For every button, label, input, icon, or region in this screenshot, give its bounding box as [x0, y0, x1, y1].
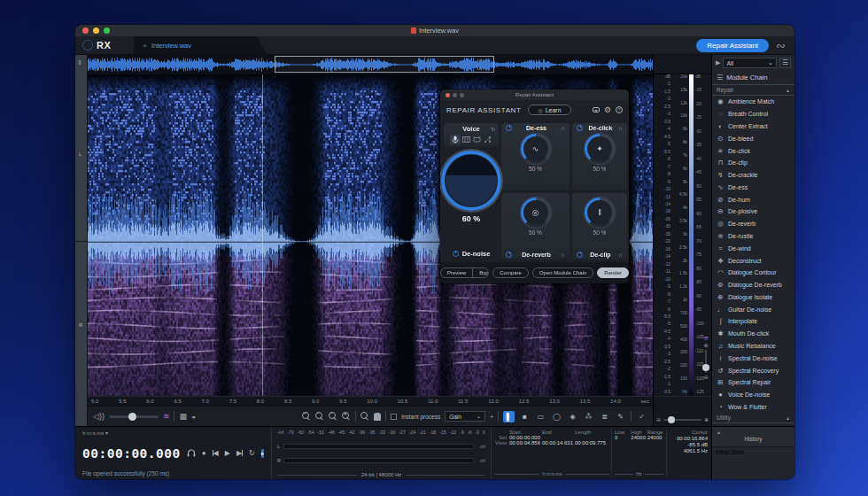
- confirm-selection-icon[interactable]: ✓: [636, 411, 647, 422]
- sidebar-module-item[interactable]: ⊖ De-plosive: [712, 205, 794, 218]
- zoom-fit-icon[interactable]: ∗: [342, 412, 351, 421]
- de-ess-knob[interactable]: ∿: [521, 134, 551, 164]
- utility-section-header[interactable]: Utility ▲: [712, 413, 794, 423]
- playhead-time-display[interactable]: 00:00:00.000: [82, 446, 181, 461]
- time-frequency-selection-tool[interactable]: ■: [519, 411, 531, 422]
- collapse-icon[interactable]: ▲: [786, 415, 790, 421]
- sidebar-module-item[interactable]: ≈ De-wind: [712, 242, 794, 254]
- voice-type-icon[interactable]: [450, 135, 461, 144]
- sidebar-module-item[interactable]: ⊕ Dialogue Isolate: [712, 291, 794, 304]
- amplitude-db-ruler[interactable]: dB-1-1.5-2-2.5-3-3.5-4-4.5-5-5.5-6-7-8-9…: [654, 74, 672, 396]
- de-noise-knob[interactable]: [441, 151, 501, 211]
- overview-minimap[interactable]: [88, 55, 653, 74]
- scrub-mode-button[interactable]: ▸: [261, 449, 264, 458]
- instant-process-module-select[interactable]: Gain⌄: [445, 411, 485, 422]
- headphone-monitor-icon[interactable]: ∩: [618, 252, 623, 258]
- zoom-out-icon[interactable]: −: [315, 412, 324, 421]
- volume-slider-thumb[interactable]: [128, 413, 136, 421]
- vertical-zoom-thumb[interactable]: [702, 364, 709, 371]
- channel-strip[interactable]: ⇕ L R: [75, 55, 88, 426]
- harmonic-selection-tool[interactable]: ≣: [599, 411, 610, 422]
- play-button[interactable]: ▶: [225, 449, 230, 457]
- minimap-view-rectangle[interactable]: [275, 56, 495, 73]
- de-clip-power-toggle[interactable]: [577, 252, 583, 258]
- sidebar-module-item[interactable]: ❖ Deconstruct: [712, 254, 794, 267]
- headphone-monitor-icon[interactable]: ∩: [561, 125, 565, 131]
- tab-close-icon[interactable]: ×: [143, 42, 147, 50]
- time-selection-tool[interactable]: ▌: [503, 411, 515, 422]
- sidebar-module-item[interactable]: ◐ Center Extract: [712, 120, 794, 133]
- zoom-selection-icon[interactable]: ⌐: [329, 412, 337, 421]
- module-filter-select[interactable]: All⌄: [723, 58, 776, 68]
- sidebar-module-item[interactable]: ♩ Guitar De-noise: [712, 303, 794, 315]
- time-ruler[interactable]: 5.05.56.06.57.07.58.08.59.09.510.010.511…: [88, 396, 653, 406]
- loop-button[interactable]: ↻: [249, 449, 255, 457]
- de-reverb-power-toggle[interactable]: [506, 252, 512, 258]
- sidebar-module-item[interactable]: ⊚ Dialogue De-reverb: [712, 279, 794, 291]
- hand-tool-icon[interactable]: [374, 413, 381, 421]
- relearn-icon[interactable]: ↻: [491, 126, 495, 132]
- repair-section-header[interactable]: Repair ▲: [712, 85, 794, 96]
- de-noise-power-toggle[interactable]: [453, 251, 459, 257]
- learn-button[interactable]: ◎ Learn: [528, 105, 570, 115]
- de-clip-knob[interactable]: ‖: [585, 198, 615, 228]
- brush-selection-tool[interactable]: ✎: [615, 411, 626, 422]
- sidebar-module-item[interactable]: ✳ De-click: [712, 144, 794, 157]
- sidebar-module-item[interactable]: ● Voice De-noise: [712, 389, 794, 401]
- sidebar-module-item[interactable]: ♫ Music Rebalance: [712, 340, 794, 353]
- instant-process-checkbox[interactable]: [391, 414, 397, 420]
- sidebar-module-item[interactable]: ∿ De-ess: [712, 181, 794, 193]
- collapse-icon[interactable]: ▲: [717, 430, 721, 435]
- music-type-icon[interactable]: [461, 135, 471, 144]
- sidebar-item-module-chain[interactable]: ☰ Module Chain: [712, 71, 794, 85]
- magnifier-tool-icon[interactable]: [360, 412, 369, 421]
- magic-wand-tool[interactable]: ⁂: [583, 411, 594, 422]
- sidebar-module-item[interactable]: ◔ Wow & Flutter: [712, 401, 794, 414]
- zoom-in-icon[interactable]: +: [302, 412, 311, 421]
- skip-back-button[interactable]: ◀: [213, 449, 219, 457]
- horizontal-zoom-slider[interactable]: [663, 419, 701, 421]
- layout-panel-icon[interactable]: ▦: [179, 413, 187, 421]
- horizontal-zoom-in-icon[interactable]: ⊕: [704, 417, 709, 422]
- comment-panel-icon[interactable]: ◒: [191, 413, 196, 421]
- render-button[interactable]: Render: [597, 267, 629, 278]
- speaker-icon[interactable]: ◁)): [93, 413, 105, 421]
- module-preview-icon[interactable]: ▶: [716, 59, 720, 66]
- bypass-button[interactable]: Bypass: [472, 268, 489, 277]
- lasso-selection-tool[interactable]: ◯: [551, 411, 562, 422]
- sidebar-module-item[interactable]: ⊞ Spectral Repair: [712, 376, 794, 389]
- tab-interview-wav[interactable]: × Interview.wav: [134, 36, 267, 55]
- help-icon[interactable]: ?: [616, 106, 623, 113]
- overview-expand-icon[interactable]: ⇕: [77, 59, 82, 66]
- de-reverb-knob[interactable]: ◎: [521, 198, 551, 228]
- feedback-bubble-icon[interactable]: [593, 107, 600, 112]
- sidebar-module-item[interactable]: ≋ De-rustle: [712, 230, 794, 243]
- headphone-monitor-icon[interactable]: ∩: [561, 252, 565, 258]
- skip-forward-button[interactable]: ▶: [236, 449, 243, 457]
- de-ess-power-toggle[interactable]: [506, 125, 512, 131]
- spectrogram-waveform-blend-icon[interactable]: ≋: [703, 335, 709, 341]
- sidebar-module-item[interactable]: ⊓ De-clip: [712, 157, 794, 169]
- repair-assistant-button[interactable]: Repair Assistant: [696, 39, 769, 52]
- sidebar-module-item[interactable]: ⊘ De-hum: [712, 193, 794, 205]
- rectangle-selection-tool[interactable]: ▭: [535, 411, 546, 422]
- sidebar-module-item[interactable]: ∫ Interpolate: [712, 315, 794, 328]
- frequency-ruler[interactable]: 20k15k12k10k9k8k7k6k5k4.5k4k3.5k3k2.5k2k…: [672, 74, 689, 396]
- headphone-monitor-icon[interactable]: ∩: [618, 125, 623, 131]
- percussion-type-icon[interactable]: [471, 135, 482, 144]
- wand-selection-tool[interactable]: ◈: [567, 411, 578, 422]
- monitor-icon[interactable]: [187, 449, 196, 457]
- spectrogram-settings-icon[interactable]: ≋: [163, 413, 170, 421]
- open-module-chain-button[interactable]: Open Module Chain: [532, 267, 593, 278]
- module-menu-icon[interactable]: ☰: [779, 58, 791, 68]
- horizontal-zoom-out-icon[interactable]: ⊖: [656, 417, 661, 422]
- compare-button[interactable]: Compare: [492, 267, 529, 278]
- settings-gear-icon[interactable]: ⚙: [604, 106, 611, 114]
- sidebar-module-item[interactable]: ⊙ De-bleed: [712, 132, 794, 144]
- volume-slider[interactable]: [109, 415, 159, 418]
- sidebar-module-item[interactable]: ◠ Dialogue Contour: [712, 267, 794, 279]
- sidebar-module-item[interactable]: ◉ Ambience Match: [712, 96, 794, 108]
- time-format-select[interactable]: h:m:s.ms ▾: [82, 430, 264, 436]
- sidebar-module-item[interactable]: ↺ Spectral Recovery: [712, 364, 794, 376]
- collapse-icon[interactable]: ▲: [786, 88, 790, 93]
